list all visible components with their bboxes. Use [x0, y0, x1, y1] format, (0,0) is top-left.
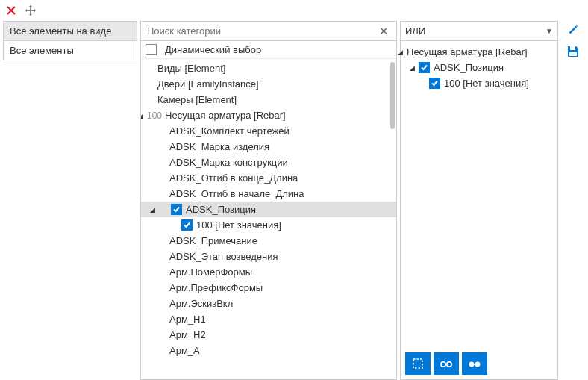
scrollbar[interactable]: [390, 62, 395, 129]
side-icons: [561, 21, 585, 380]
select-rect-button[interactable]: [405, 352, 431, 375]
right-panel: ИЛИ ▼ ◢Несущая арматура [Rebar]◢ADSK_Поз…: [400, 21, 558, 380]
checkbox[interactable]: [171, 204, 182, 215]
tree-item-label: Арм_H1: [169, 314, 206, 325]
svg-rect-6: [569, 52, 577, 56]
tree-item[interactable]: Виды [Element]: [141, 60, 396, 76]
tree-item-label: Арм_A: [169, 345, 200, 356]
svg-point-3: [469, 362, 475, 367]
expander-icon[interactable]: ◢: [141, 110, 146, 121]
svg-rect-5: [570, 46, 575, 50]
tree-item[interactable]: ADSK_Примечание: [141, 233, 396, 249]
tree-item[interactable]: Арм.ЭскизВкл: [141, 296, 396, 311]
svg-point-2: [447, 362, 451, 367]
tree-item-label: Арм_H2: [169, 329, 206, 340]
tree-item-label: ADSK_Отгиб в начале_Длина: [169, 188, 304, 199]
tree-item[interactable]: ADSK_Марка изделия: [141, 139, 396, 155]
svg-point-4: [475, 362, 481, 367]
dynamic-label: Динамический выбор: [165, 44, 261, 55]
filter-tree: ◢Несущая арматура [Rebar]◢ADSK_Позиция10…: [401, 41, 557, 348]
search-row: ✕: [141, 22, 396, 41]
tree-item[interactable]: ADSK_Марка конструкции: [141, 155, 396, 170]
search-input[interactable]: [146, 25, 376, 37]
logic-dropdown[interactable]: ИЛИ ▼: [401, 22, 557, 41]
checkbox[interactable]: [181, 219, 193, 231]
tree-item-label: Виды [Element]: [157, 63, 225, 74]
tree-item-label: ADSK_Позиция: [186, 204, 256, 215]
move-icon[interactable]: [24, 4, 37, 17]
tree-item-label: ADSK_Марка изделия: [169, 141, 269, 152]
tree-item-label: ADSK_Этап возведения: [169, 251, 278, 262]
tree-item[interactable]: Арм.НомерФормы: [141, 264, 396, 280]
count-badge: 100: [147, 110, 162, 121]
tree-item-label: ADSK_Комплект чертежей: [169, 125, 290, 137]
tree-item-label: Несущая арматура [Rebar]: [165, 110, 286, 121]
tree-item-label: ADSK_Позиция: [434, 62, 504, 73]
tree-item[interactable]: Камеры [Element]: [141, 92, 396, 108]
tree-item[interactable]: Двери [FamilyInstance]: [141, 76, 396, 92]
tree-item[interactable]: 100 [Нет значения]: [141, 217, 396, 233]
tree-item[interactable]: ADSK_Комплект чертежей: [141, 123, 396, 139]
tree-item[interactable]: Арм_H2: [141, 327, 396, 343]
tree-item[interactable]: ◢Несущая арматура [Rebar]: [401, 44, 557, 60]
expander-icon[interactable]: ◢: [147, 205, 157, 215]
svg-point-1: [441, 362, 445, 367]
tree-item-label: 100 [Нет значения]: [196, 219, 281, 231]
scope-item-view[interactable]: Все элементы на виде: [3, 21, 137, 40]
tree-item-label: Камеры [Element]: [157, 94, 237, 105]
dynamic-row[interactable]: Динамический выбор: [141, 41, 396, 59]
expander-icon[interactable]: ◢: [395, 47, 405, 57]
tree-item[interactable]: ADSK_Этап возведения: [141, 249, 396, 264]
svg-rect-0: [413, 359, 422, 368]
category-tree: Виды [Element]Двери [FamilyInstance]Каме…: [141, 59, 396, 379]
tree-item-label: Несущая арматура [Rebar]: [407, 46, 528, 57]
tree-item-label: Арм.ПрефиксФормы: [169, 282, 263, 293]
tree-item[interactable]: Арм.ПрефиксФормы: [141, 280, 396, 296]
tree-item-label: Арм.НомерФормы: [169, 267, 252, 278]
tree-item[interactable]: ◢ADSK_Позиция: [401, 60, 557, 75]
checkbox[interactable]: [419, 62, 430, 73]
scope-item-all[interactable]: Все элементы: [3, 40, 137, 60]
clear-search-icon[interactable]: ✕: [376, 25, 392, 38]
tree-item-label: ADSK_Марка конструкции: [169, 157, 288, 168]
scope-list: Все элементы на виде Все элементы: [3, 21, 137, 380]
save-icon[interactable]: [566, 45, 580, 58]
glasses-outline-button[interactable]: [434, 352, 459, 375]
tree-item[interactable]: ◢ADSK_Позиция: [141, 202, 396, 217]
tree-item[interactable]: Арм_H1: [141, 311, 396, 327]
right-buttons: [401, 348, 557, 379]
tree-item-label: 100 [Нет значения]: [444, 78, 529, 89]
tree-item-label: Арм.ЭскизВкл: [169, 298, 233, 309]
tree-item-label: ADSK_Примечание: [169, 235, 257, 246]
brush-icon[interactable]: [566, 22, 580, 36]
close-icon[interactable]: [4, 4, 18, 17]
center-panel: ✕ Динамический выбор Виды [Element]Двери…: [140, 21, 397, 380]
chevron-down-icon: ▼: [545, 27, 553, 35]
tree-item-label: Двери [FamilyInstance]: [157, 78, 259, 90]
tree-item[interactable]: 100 [Нет значения]: [401, 75, 557, 91]
tree-item-label: ADSK_Отгиб в конце_Длина: [169, 172, 298, 184]
dropdown-label: ИЛИ: [405, 25, 425, 37]
expander-icon[interactable]: ◢: [407, 63, 417, 73]
checkbox[interactable]: [429, 78, 440, 89]
tree-item[interactable]: ◢100Несущая арматура [Rebar]: [141, 108, 396, 123]
tree-item[interactable]: ADSK_Отгиб в начале_Длина: [141, 186, 396, 202]
tree-item[interactable]: ADSK_Отгиб в конце_Длина: [141, 170, 396, 186]
glasses-filled-button[interactable]: [462, 352, 487, 375]
dynamic-checkbox[interactable]: [146, 44, 157, 55]
tree-item[interactable]: Арм_A: [141, 343, 396, 358]
